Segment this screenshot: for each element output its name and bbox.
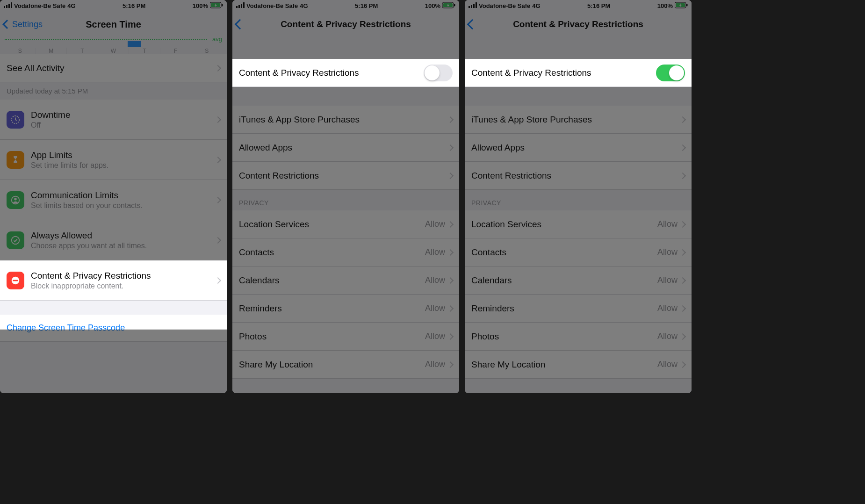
- row-icon: [7, 272, 24, 289]
- svg-rect-21: [471, 5, 472, 8]
- svg-rect-19: [454, 4, 455, 6]
- row-value: Allow: [425, 247, 445, 257]
- screen-time-row[interactable]: Always AllowedChoose apps you want at al…: [0, 220, 227, 260]
- row-value: Allow: [657, 360, 678, 369]
- row-title: Contacts: [471, 247, 657, 258]
- status-time: 5:16 PM: [123, 2, 145, 9]
- chevron-right-icon: [679, 277, 686, 283]
- svg-rect-26: [686, 4, 688, 6]
- row-value: Allow: [425, 219, 445, 229]
- restriction-row[interactable]: Allowed Apps: [232, 134, 459, 162]
- back-button[interactable]: [469, 21, 478, 28]
- row-icon: [7, 231, 24, 249]
- change-passcode-row[interactable]: Change Screen Time Passcode: [0, 315, 227, 342]
- row-subtitle: Set limits based on your contacts.: [31, 202, 216, 210]
- chevron-left-icon: [235, 19, 245, 30]
- svg-rect-16: [243, 2, 245, 8]
- privacy-row[interactable]: ContactsAllow: [465, 238, 692, 266]
- see-all-activity-row[interactable]: See All Activity: [0, 54, 227, 82]
- privacy-row[interactable]: CalendarsAllow: [232, 266, 459, 295]
- chevron-right-icon: [215, 237, 221, 243]
- battery-icon: [675, 2, 688, 10]
- screen-time-row[interactable]: Content & Privacy RestrictionsBlock inap…: [0, 260, 227, 301]
- status-bar: Vodafone-Be Safe 4G 5:16 PM 100%: [0, 0, 227, 11]
- restriction-row[interactable]: iTunes & App Store Purchases: [465, 106, 692, 134]
- network-label: 4G: [67, 2, 75, 9]
- svg-rect-12: [13, 280, 18, 281]
- restriction-row[interactable]: Content Restrictions: [465, 162, 692, 190]
- chevron-right-icon: [215, 277, 221, 283]
- battery-pct: 100%: [193, 2, 208, 9]
- row-title: Share My Location: [239, 360, 425, 370]
- toggle-label: Content & Privacy Restrictions: [471, 68, 656, 78]
- row-title: Photos: [239, 331, 425, 342]
- svg-rect-23: [476, 2, 477, 8]
- privacy-row[interactable]: RemindersAllow: [232, 295, 459, 323]
- battery-icon: [442, 2, 455, 10]
- status-bar: Vodafone-Be Safe 4G 5:16 PM 100%: [465, 0, 692, 11]
- restriction-row[interactable]: Allowed Apps: [465, 134, 692, 162]
- row-title: Calendars: [471, 275, 657, 286]
- privacy-row[interactable]: Share My LocationAllow: [232, 351, 459, 379]
- change-passcode-link[interactable]: Change Screen Time Passcode: [7, 323, 125, 332]
- screen-time-row[interactable]: DowntimeOff: [0, 100, 227, 140]
- network-label: 4G: [300, 2, 308, 9]
- svg-rect-0: [4, 6, 5, 8]
- phone-restrictions-off: Vodafone-Be Safe 4G 5:16 PM 100% Content…: [232, 0, 459, 393]
- svg-rect-1: [6, 5, 7, 8]
- back-label: Settings: [12, 20, 43, 29]
- svg-rect-2: [8, 4, 10, 8]
- chevron-right-icon: [679, 249, 686, 255]
- privacy-row[interactable]: RemindersAllow: [465, 295, 692, 323]
- see-all-label: See All Activity: [7, 63, 216, 73]
- back-button[interactable]: [236, 21, 245, 28]
- row-value: Allow: [657, 331, 678, 341]
- restrictions-toggle[interactable]: [424, 65, 453, 81]
- privacy-header: PRIVACY: [465, 190, 692, 210]
- signal-icon: [469, 2, 477, 9]
- row-subtitle: Off: [31, 121, 216, 130]
- restrictions-toggle-row[interactable]: Content & Privacy Restrictions: [465, 59, 692, 87]
- status-time: 5:16 PM: [355, 2, 378, 9]
- row-title: Reminders: [471, 303, 657, 314]
- chevron-right-icon: [679, 172, 686, 179]
- privacy-row[interactable]: Location ServicesAllow: [232, 210, 459, 238]
- svg-rect-15: [241, 4, 242, 8]
- privacy-row[interactable]: Share My LocationAllow: [465, 351, 692, 379]
- row-value: Allow: [425, 331, 445, 341]
- row-title: Share My Location: [471, 360, 657, 370]
- screen-time-row[interactable]: App LimitsSet time limits for apps.: [0, 140, 227, 180]
- day-label: S: [191, 48, 222, 54]
- restriction-row[interactable]: iTunes & App Store Purchases: [232, 106, 459, 134]
- row-value: Allow: [657, 247, 678, 257]
- row-value: Allow: [425, 303, 445, 313]
- chevron-right-icon: [447, 305, 454, 311]
- restrictions-toggle-row[interactable]: Content & Privacy Restrictions: [232, 59, 459, 87]
- phone-screen-time: Vodafone-Be Safe 4G 5:16 PM 100% Setting…: [0, 0, 227, 393]
- day-label: F: [160, 48, 192, 54]
- signal-icon: [236, 2, 245, 9]
- row-title: App Limits: [31, 150, 216, 160]
- row-title: Always Allowed: [31, 230, 216, 241]
- row-subtitle: Choose apps you want at all times.: [31, 242, 216, 250]
- privacy-row[interactable]: CalendarsAllow: [465, 266, 692, 295]
- privacy-row[interactable]: PhotosAllow: [232, 323, 459, 351]
- chevron-right-icon: [447, 277, 454, 283]
- chevron-right-icon: [679, 333, 686, 339]
- restriction-row[interactable]: Content Restrictions: [232, 162, 459, 190]
- privacy-row[interactable]: ContactsAllow: [232, 238, 459, 266]
- row-title: Photos: [471, 331, 657, 342]
- usage-chart: avg S M T W T F S: [5, 37, 222, 54]
- chevron-right-icon: [447, 172, 454, 179]
- chevron-right-icon: [679, 116, 686, 122]
- screen-time-row[interactable]: Communication LimitsSet limits based on …: [0, 180, 227, 220]
- chevron-right-icon: [215, 196, 221, 203]
- network-label: 4G: [532, 2, 540, 9]
- row-value: Allow: [657, 303, 678, 313]
- back-button[interactable]: Settings: [4, 20, 43, 29]
- privacy-row[interactable]: PhotosAllow: [465, 323, 692, 351]
- signal-icon: [4, 2, 12, 9]
- chevron-right-icon: [679, 305, 686, 311]
- privacy-row[interactable]: Location ServicesAllow: [465, 210, 692, 238]
- restrictions-toggle[interactable]: [656, 65, 685, 81]
